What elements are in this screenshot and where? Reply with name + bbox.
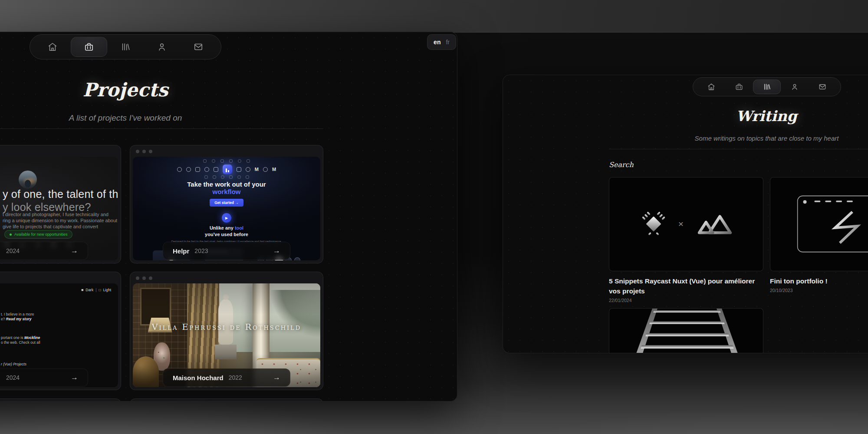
app-icon (186, 167, 191, 172)
post-ladder[interactable] (609, 308, 763, 353)
lang-en-button[interactable]: en (434, 39, 441, 46)
arrow-right-icon[interactable]: → (273, 247, 280, 255)
helpr-logo-icon (223, 164, 232, 174)
lang-fr-button[interactable]: fr (446, 39, 450, 46)
search-label[interactable]: Search (609, 161, 868, 169)
nav-about[interactable] (144, 37, 180, 57)
app-icon (213, 175, 216, 179)
briefcase-icon (84, 42, 94, 52)
gmail-icon: M (272, 167, 276, 172)
desktop: en fr Projects (0, 0, 868, 434)
card-footer[interactable]: Maison Hochard 2022 → (163, 368, 290, 387)
app-icon (195, 167, 200, 172)
page-title: Writing (609, 108, 868, 125)
app-icon (221, 175, 224, 179)
nav-writing[interactable] (753, 79, 781, 94)
project-card-helpr[interactable]: M M Take the work out of your workflow G… (130, 145, 323, 263)
post-fini-ton-portfolio[interactable]: Fini ton portfolio ! 20/10/2023 (770, 177, 868, 303)
nav-writing[interactable] (107, 37, 144, 57)
mockline-link[interactable]: Mockline (24, 335, 40, 340)
main-nav (30, 34, 221, 59)
app-icon (237, 167, 241, 172)
mail-icon (819, 83, 826, 91)
post-cover (609, 308, 763, 353)
project-title: Maison Hochard (173, 374, 224, 381)
app-icon (246, 175, 249, 179)
profile-bio-line: t director and photographer, I fuse tech… (3, 212, 108, 217)
gmail-icon: M (255, 167, 259, 172)
card-footer[interactable]: Helpr 2023 → (163, 242, 290, 260)
play-button[interactable]: ▶ (222, 213, 231, 223)
post-title[interactable]: Fini ton portfolio ! (770, 276, 868, 286)
arrow-right-icon[interactable]: → (71, 373, 78, 382)
nav-home[interactable] (697, 79, 725, 94)
card-footer[interactable]: 2024 → (0, 368, 88, 387)
library-icon (121, 42, 130, 52)
light-square-icon: □ (99, 288, 101, 292)
avatar (19, 171, 37, 189)
project-card-whats-new[interactable]: What's New (130, 398, 323, 401)
app-icon-row (203, 159, 250, 163)
main-nav (693, 77, 841, 96)
villa-overlay-title: Villa Ephrussi de Rothschild (133, 322, 320, 332)
header-divider (609, 149, 868, 149)
project-card-profile[interactable]: y of one, the talent of three y look els… (0, 145, 121, 263)
nav-home[interactable] (34, 37, 71, 57)
profile-bio-line: give life to projects that captivate and… (3, 224, 98, 229)
get-started-button[interactable]: Get started → (210, 199, 243, 207)
app-icon (212, 159, 215, 163)
posts-grid: × 5 Snippets Raycast Nuxt (Vue) pour amé… (609, 177, 868, 353)
story-text-fragment: o the web. Check out all (1, 340, 40, 345)
app-icon (204, 175, 208, 179)
nav-contact[interactable] (809, 79, 836, 94)
language-switcher: en fr (427, 34, 456, 50)
nav-projects[interactable] (71, 37, 107, 57)
projects-grid: y of one, the talent of three y look els… (0, 145, 323, 401)
project-year: 2024 (6, 374, 20, 381)
post-title[interactable]: 5 Snippets Raycast Nuxt (Vue) pour améli… (609, 276, 763, 296)
post-raycast-nuxt[interactable]: × 5 Snippets Raycast Nuxt (Vue) pour amé… (609, 177, 763, 303)
page-title: Projects (0, 79, 323, 101)
read-my-story-link[interactable]: Read my story (6, 317, 32, 321)
project-year: 2023 (194, 247, 208, 254)
arrow-right-icon[interactable]: → (71, 247, 78, 255)
app-icon (238, 159, 241, 163)
user-icon (791, 83, 799, 91)
projects-window: en fr Projects (0, 32, 457, 401)
story-text-fragment: r (Vue) Projects (1, 362, 26, 366)
project-year: 2022 (229, 374, 242, 381)
ladder-art-icon (609, 308, 763, 353)
nav-projects[interactable] (725, 79, 753, 94)
helpr-tagline: Unlike any tool you've used before (205, 225, 248, 238)
story-text-fragment: e? Read my story (1, 317, 31, 321)
post-date: 20/10/2023 (770, 288, 868, 293)
post-cover (770, 177, 868, 271)
availability-badge: Available for new opportunities (4, 230, 72, 239)
project-card-story[interactable]: ■ Dark | □ Light t. I believe in a more … (0, 272, 121, 390)
project-year: 2024 (6, 247, 20, 254)
nav-about[interactable] (781, 79, 809, 94)
helpr-hero-accent: workflow (187, 188, 266, 196)
theme-toggle[interactable]: ■ Dark | □ Light (81, 288, 111, 292)
app-icon-row (204, 175, 249, 179)
app-icon (247, 159, 250, 163)
story-text-fragment: portant one is Mockline (1, 335, 40, 340)
nav-contact[interactable] (180, 37, 217, 57)
helpr-hero-title: Take the work out of your workflow (187, 181, 266, 195)
arrow-right-icon[interactable]: → (273, 373, 280, 382)
project-card-maison[interactable]: Villa Ephrussi de Rothschild Maison Hoch… (130, 272, 323, 390)
project-card-clipped[interactable] (0, 398, 121, 401)
post-cover: × (609, 177, 763, 271)
story-text-fragment: t. I believe in a more (1, 312, 34, 316)
dark-square-icon: ■ (81, 288, 83, 292)
app-icon (203, 159, 207, 163)
home-icon (707, 83, 715, 91)
traffic-lights-icon (136, 276, 152, 280)
browser-bolt-icon (770, 177, 868, 271)
app-icon (214, 167, 218, 172)
app-icon (237, 175, 241, 179)
header-divider (0, 128, 323, 129)
profile-headline: y of one, the talent of three (3, 188, 118, 201)
page-subtitle: A list of projects I've worked on (0, 113, 323, 123)
card-footer[interactable]: 2024 → (0, 242, 88, 260)
